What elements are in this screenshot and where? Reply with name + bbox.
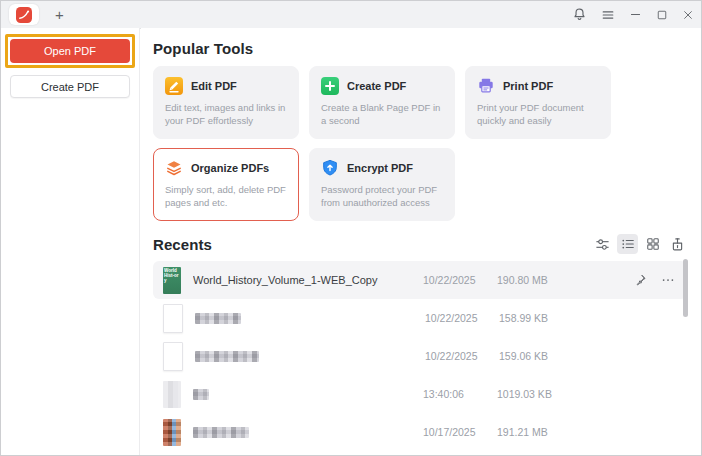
- file-name: [195, 313, 425, 324]
- file-date: 13:40:06: [423, 388, 497, 400]
- tool-card-description: Create a Blank Page PDF in a second: [321, 102, 443, 128]
- tool-card-organize-pdfs[interactable]: Organize PDFs Simply sort, add, delete P…: [153, 148, 299, 221]
- recents-file-list: World Hist-ory World_History_Volume_1-WE…: [153, 261, 701, 451]
- filter-icon: [595, 237, 610, 252]
- file-thumbnail: [163, 419, 181, 446]
- tool-card-label: Organize PDFs: [191, 162, 269, 174]
- file-thumbnail: World Hist-ory: [163, 267, 181, 294]
- edit-pdf-icon: [165, 77, 183, 95]
- redacted-file-name: [195, 313, 241, 324]
- file-size: 190.80 MB: [497, 274, 607, 286]
- filter-button[interactable]: [592, 234, 613, 254]
- redacted-file-name: [195, 351, 259, 362]
- file-row[interactable]: 10/22/2025 159.06 KB: [153, 337, 687, 375]
- file-size: 1019.03 KB: [497, 388, 607, 400]
- new-tab-button[interactable]: +: [51, 7, 68, 22]
- grid-view-icon: [646, 237, 660, 251]
- recents-title: Recents: [153, 236, 212, 253]
- file-date: 10/22/2025: [423, 274, 497, 286]
- popular-tools-title: Popular Tools: [153, 40, 701, 57]
- main-content: Popular Tools Edit PDF Edit text, images…: [141, 28, 701, 455]
- close-icon[interactable]: [675, 7, 701, 23]
- tool-card-edit-pdf[interactable]: Edit PDF Edit text, images and links in …: [153, 66, 299, 139]
- file-size: 191.21 MB: [497, 426, 607, 438]
- create-pdf-icon: [321, 77, 339, 95]
- pin-icon[interactable]: [631, 271, 649, 289]
- sidebar: Open PDF Create PDF: [1, 28, 140, 455]
- tool-card-label: Print PDF: [503, 80, 553, 92]
- file-row-actions: [607, 271, 677, 289]
- more-options-icon[interactable]: [659, 271, 677, 289]
- file-name: [193, 427, 423, 438]
- app-tab[interactable]: [9, 4, 39, 25]
- file-size: 158.99 KB: [499, 312, 609, 324]
- file-row[interactable]: 10/22/2025 158.99 KB: [153, 299, 687, 337]
- file-thumbnail: [163, 381, 181, 408]
- maximize-icon[interactable]: [649, 7, 675, 23]
- tool-card-label: Encrypt PDF: [347, 162, 413, 174]
- app-window: + Open PDF Create PDF Popular Tools Edit…: [0, 0, 702, 456]
- redacted-file-name: [193, 389, 209, 400]
- file-size: 159.06 KB: [499, 350, 609, 362]
- list-view-icon: [621, 237, 635, 251]
- file-name: World_History_Volume_1-WEB_Copy: [193, 274, 423, 286]
- tool-card-description: Simply sort, add, delete PDF pages and e…: [165, 184, 287, 210]
- tool-card-description: Print your PDF document quickly and easi…: [477, 102, 599, 128]
- menu-icon[interactable]: [594, 6, 622, 24]
- tool-card-encrypt-pdf[interactable]: Encrypt PDF Password protect your PDF fr…: [309, 148, 455, 221]
- redacted-file-name: [193, 427, 249, 438]
- open-pdf-highlight-box: Open PDF: [5, 34, 135, 68]
- minimize-icon[interactable]: [622, 6, 649, 23]
- organize-pdfs-icon: [165, 159, 183, 177]
- file-row[interactable]: 13:40:06 1019.03 KB: [153, 375, 687, 413]
- pdf-app-logo-icon: [16, 7, 32, 23]
- create-pdf-button[interactable]: Create PDF: [10, 75, 130, 98]
- clear-recents-icon: [670, 237, 685, 252]
- recents-header: Recents: [153, 234, 701, 254]
- file-name: [193, 389, 423, 400]
- file-date: 10/22/2025: [425, 350, 499, 362]
- encrypt-pdf-icon: [321, 159, 339, 177]
- scrollbar-thumb[interactable]: [683, 259, 688, 317]
- clear-recents-button[interactable]: [667, 234, 688, 254]
- file-name: [195, 351, 425, 362]
- file-row[interactable]: 10/17/2025 191.21 MB: [153, 413, 687, 451]
- list-view-button[interactable]: [617, 234, 638, 254]
- file-date: 10/22/2025: [425, 312, 499, 324]
- tool-card-label: Create PDF: [347, 80, 406, 92]
- notifications-bell-icon[interactable]: [565, 5, 594, 24]
- tool-card-print-pdf[interactable]: Print PDF Print your PDF document quickl…: [465, 66, 611, 139]
- tool-cards-row-1: Edit PDF Edit text, images and links in …: [153, 66, 701, 139]
- tool-card-description: Password protect your PDF from unauthori…: [321, 184, 443, 210]
- tool-cards-row-2: Organize PDFs Simply sort, add, delete P…: [153, 148, 701, 221]
- file-thumbnail: [163, 304, 183, 333]
- recents-view-toolbar: [592, 234, 688, 254]
- tool-card-description: Edit text, images and links in your PDF …: [165, 102, 287, 128]
- file-row[interactable]: World Hist-ory World_History_Volume_1-WE…: [153, 261, 687, 299]
- file-thumbnail: [163, 342, 183, 371]
- titlebar: +: [1, 1, 701, 29]
- tool-card-label: Edit PDF: [191, 80, 237, 92]
- tool-card-create-pdf[interactable]: Create PDF Create a Blank Page PDF in a …: [309, 66, 455, 139]
- file-date: 10/17/2025: [423, 426, 497, 438]
- print-pdf-icon: [477, 77, 495, 95]
- open-pdf-button[interactable]: Open PDF: [10, 39, 130, 63]
- grid-view-button[interactable]: [642, 234, 663, 254]
